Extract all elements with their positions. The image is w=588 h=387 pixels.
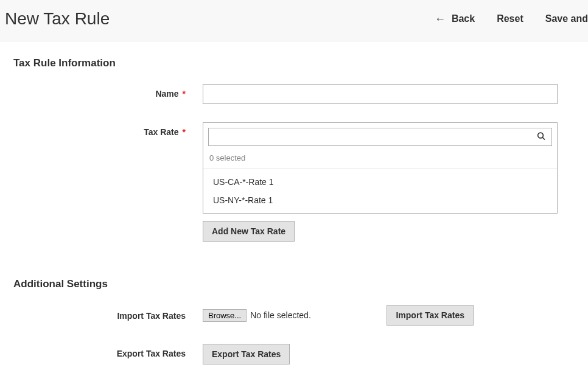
field-col-name — [203, 84, 558, 104]
label-export-text: Export Tax Rates — [117, 349, 186, 358]
field-row-tax-rate: Tax Rate * 0 selected US-CA-*-Rate 1 US-… — [0, 122, 588, 242]
tax-rate-multiselect: 0 selected US-CA-*-Rate 1 US-NY-*-Rate 1 — [203, 122, 558, 214]
arrow-left-icon: ← — [435, 13, 446, 24]
tax-rate-search-wrap — [203, 123, 557, 151]
label-import: Import Tax Rates — [0, 310, 203, 321]
tax-rate-selected-count: 0 selected — [203, 151, 557, 169]
field-row-name: Name * — [0, 84, 588, 104]
tax-rate-option[interactable]: US-NY-*-Rate 1 — [203, 191, 557, 209]
header-actions: ← Back Reset Save and — [435, 13, 588, 24]
field-row-export: Export Tax Rates Export Tax Rates — [0, 344, 588, 364]
export-tax-rates-button[interactable]: Export Tax Rates — [203, 344, 290, 364]
tax-rate-options: US-CA-*-Rate 1 US-NY-*-Rate 1 — [203, 169, 557, 213]
tax-rate-below: Add New Tax Rate — [203, 221, 558, 242]
save-label: Save and — [545, 13, 588, 24]
field-col-import: Browse... No file selected. Import Tax R… — [203, 305, 558, 326]
label-tax-rate: Tax Rate * — [0, 122, 203, 137]
save-button[interactable]: Save and — [545, 13, 588, 24]
name-input[interactable] — [203, 84, 558, 104]
import-tax-rates-button[interactable]: Import Tax Rates — [387, 305, 474, 326]
page-header: New Tax Rule ← Back Reset Save and — [0, 0, 588, 41]
label-tax-rate-text: Tax Rate — [144, 127, 178, 137]
field-col-tax-rate: 0 selected US-CA-*-Rate 1 US-NY-*-Rate 1… — [203, 122, 558, 242]
file-input-group: Browse... No file selected. — [203, 309, 311, 322]
import-action-wrap: Import Tax Rates — [387, 305, 474, 326]
section-heading-info: Tax Rule Information — [0, 54, 588, 84]
additional-settings-section: Additional Settings Import Tax Rates Bro… — [0, 274, 588, 364]
reset-label: Reset — [497, 13, 523, 24]
label-import-text: Import Tax Rates — [117, 311, 186, 321]
back-button[interactable]: ← Back — [435, 13, 475, 24]
label-name: Name * — [0, 84, 203, 99]
tax-rate-search-input[interactable] — [208, 128, 552, 146]
reset-button[interactable]: Reset — [497, 13, 523, 24]
add-new-tax-rate-button[interactable]: Add New Tax Rate — [203, 221, 295, 242]
field-col-export: Export Tax Rates — [203, 344, 558, 364]
label-name-text: Name — [155, 89, 178, 99]
content: Tax Rule Information Name * Tax Rate * — [0, 41, 588, 364]
section-heading-additional: Additional Settings — [0, 274, 588, 305]
required-star-icon: * — [183, 127, 186, 137]
field-row-import: Import Tax Rates Browse... No file selec… — [0, 305, 588, 326]
label-export: Export Tax Rates — [0, 344, 203, 358]
required-star-icon: * — [183, 89, 186, 99]
browse-button[interactable]: Browse... — [203, 309, 247, 322]
back-label: Back — [452, 13, 475, 24]
tax-rate-option[interactable]: US-CA-*-Rate 1 — [203, 173, 557, 191]
file-status-text: No file selected. — [250, 310, 311, 320]
page-title: New Tax Rule — [5, 9, 110, 29]
